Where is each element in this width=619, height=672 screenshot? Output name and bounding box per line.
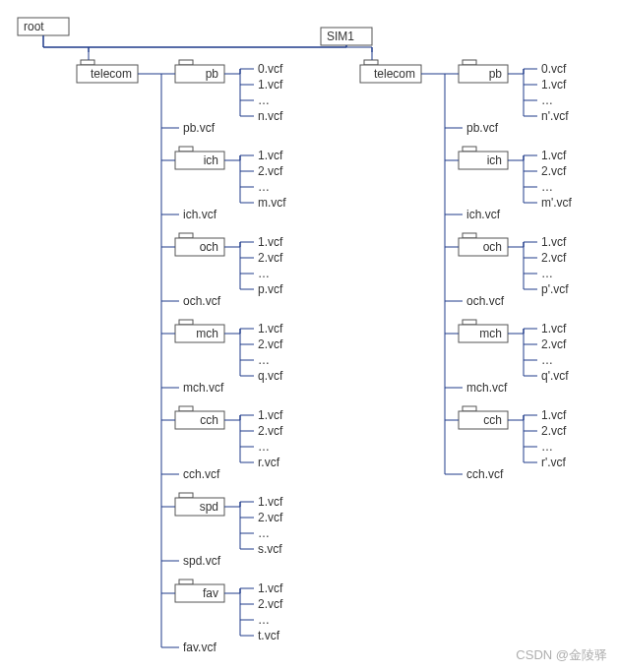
right-mch-file-0: 1.vcf xyxy=(541,322,567,336)
left-fav-file-0: 1.vcf xyxy=(258,581,283,595)
right-pb-file-0: 0.vcf xyxy=(541,62,567,76)
right-pb-file-3: n'.vcf xyxy=(541,109,569,123)
right-pb-file-2: … xyxy=(541,93,553,107)
left-mch-file-3: q.vcf xyxy=(258,369,283,383)
right-telecom-tab xyxy=(364,60,378,65)
left-pb-file-0: 0.vcf xyxy=(258,62,283,76)
right-mch-file-3: q'.vcf xyxy=(541,369,569,383)
right-cch-file-1: 2.vcf xyxy=(541,424,567,438)
right-mch-tab xyxy=(463,320,476,325)
left-ich-file-3: m.vcf xyxy=(258,196,286,210)
right-ich-file-1: 2.vcf xyxy=(541,164,567,178)
left-spd-file-2: … xyxy=(258,526,270,540)
left-fav-file-1: 2.vcf xyxy=(258,597,283,611)
left-ich-label: ich xyxy=(204,153,218,167)
left-spd-file-0: 1.vcf xyxy=(258,495,283,509)
left-cch-label: cch xyxy=(200,413,218,427)
right-mch-file-2: … xyxy=(541,353,553,367)
right-pb-tab xyxy=(463,60,476,65)
left-cch-vcf: cch.vcf xyxy=(183,467,220,481)
left-ich-file-0: 1.vcf xyxy=(258,149,283,162)
left-fav-vcf: fav.vcf xyxy=(183,641,217,654)
right-cch-file-0: 1.vcf xyxy=(541,408,567,422)
right-pb-vcf: pb.vcf xyxy=(466,121,499,135)
right-ich-vcf: ich.vcf xyxy=(466,208,501,221)
left-och-tab xyxy=(179,233,193,238)
left-telecom-label: telecom xyxy=(91,67,132,81)
left-ich-vcf: ich.vcf xyxy=(183,208,217,221)
right-cch-file-2: … xyxy=(541,440,553,454)
right-mch-file-1: 2.vcf xyxy=(541,337,567,351)
left-cch-file-2: … xyxy=(258,440,270,454)
left-och-file-3: p.vcf xyxy=(258,282,283,296)
left-cch-file-0: 1.vcf xyxy=(258,408,283,422)
left-pb-file-3: n.vcf xyxy=(258,109,283,123)
right-och-file-2: … xyxy=(541,267,553,280)
left-ich-file-1: 2.vcf xyxy=(258,164,283,178)
left-mch-vcf: mch.vcf xyxy=(183,381,224,395)
left-pb-file-2: … xyxy=(258,93,270,107)
left-telecom-tab xyxy=(81,60,94,65)
left-och-file-2: … xyxy=(258,267,270,280)
left-spd-file-3: s.vcf xyxy=(258,542,282,556)
left-mch-tab xyxy=(179,320,193,325)
left-pb-vcf: pb.vcf xyxy=(183,121,216,135)
left-spd-file-1: 2.vcf xyxy=(258,511,283,524)
sim1-label: SIM1 xyxy=(327,30,354,43)
left-fav-file-3: t.vcf xyxy=(258,629,280,642)
left-mch-file-0: 1.vcf xyxy=(258,322,283,336)
right-cch-tab xyxy=(463,406,476,411)
right-och-label: och xyxy=(483,240,502,254)
right-och-file-0: 1.vcf xyxy=(541,235,567,249)
left-pb-file-1: 1.vcf xyxy=(258,78,283,92)
right-ich-file-3: m'.vcf xyxy=(541,196,573,210)
right-ich-file-2: … xyxy=(541,180,553,194)
left-cch-file-3: r.vcf xyxy=(258,456,280,469)
left-och-file-0: 1.vcf xyxy=(258,235,283,249)
left-cch-tab xyxy=(179,406,193,411)
right-ich-label: ich xyxy=(487,153,502,167)
right-mch-vcf: mch.vcf xyxy=(466,381,508,395)
left-fav-file-2: … xyxy=(258,613,270,627)
left-och-vcf: och.vcf xyxy=(183,294,221,308)
right-ich-tab xyxy=(463,147,476,152)
left-ich-file-2: … xyxy=(258,180,270,194)
left-och-file-1: 2.vcf xyxy=(258,251,283,265)
right-mch-label: mch xyxy=(479,327,502,340)
left-spd-tab xyxy=(179,493,193,498)
left-mch-file-2: … xyxy=(258,353,270,367)
left-och-label: och xyxy=(200,240,218,254)
root-label: root xyxy=(24,20,44,33)
left-pb-label: pb xyxy=(206,67,219,81)
right-pb-file-1: 1.vcf xyxy=(541,78,567,92)
left-mch-file-1: 2.vcf xyxy=(258,337,283,351)
left-spd-vcf: spd.vcf xyxy=(183,554,221,568)
left-fav-label: fav xyxy=(203,586,218,600)
left-ich-tab xyxy=(179,147,193,152)
left-cch-file-1: 2.vcf xyxy=(258,424,283,438)
left-mch-label: mch xyxy=(196,327,218,340)
left-fav-tab xyxy=(179,580,193,584)
right-och-tab xyxy=(463,233,476,238)
left-spd-label: spd xyxy=(200,500,218,514)
left-pb-tab xyxy=(179,60,193,65)
right-cch-label: cch xyxy=(483,413,502,427)
right-pb-label: pb xyxy=(489,67,503,81)
right-telecom-label: telecom xyxy=(374,67,415,81)
right-cch-file-3: r'.vcf xyxy=(541,456,567,469)
right-och-vcf: och.vcf xyxy=(466,294,505,308)
right-och-file-3: p'.vcf xyxy=(541,282,569,296)
right-ich-file-0: 1.vcf xyxy=(541,149,567,162)
right-cch-vcf: cch.vcf xyxy=(466,467,504,481)
right-och-file-1: 2.vcf xyxy=(541,251,567,265)
